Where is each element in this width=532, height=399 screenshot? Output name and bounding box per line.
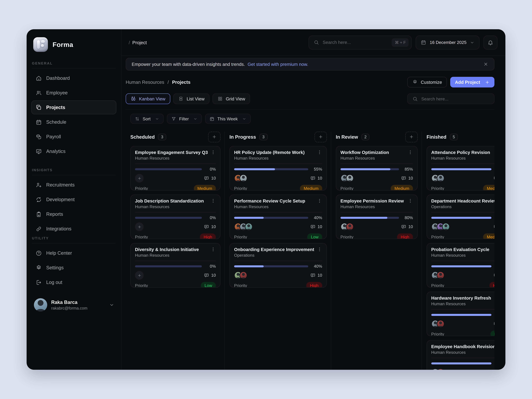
section-label: GENERAL bbox=[27, 61, 121, 65]
add-assignee-button[interactable] bbox=[135, 222, 144, 231]
card-diversity-inclusion-initiative[interactable]: Diversity & Inclusion Initiative Human R… bbox=[130, 243, 221, 288]
card-priority-row: Priority Medium bbox=[341, 185, 413, 190]
filter-this-week[interactable]: This Week bbox=[205, 114, 251, 124]
card-menu-icon[interactable] bbox=[317, 150, 322, 155]
comments-chip[interactable]: 10 bbox=[204, 224, 216, 229]
sidebar-section-general: GENERAL Dashboard Employee Projects Sche… bbox=[27, 61, 121, 158]
comments-chip[interactable]: 10 bbox=[493, 321, 494, 327]
card-employee-engagement-survey-q3[interactable]: Employee Engagement Survey Q3 Human Reso… bbox=[130, 146, 221, 190]
comment-icon bbox=[493, 321, 494, 327]
card-department: Human Resources bbox=[234, 156, 322, 161]
card-title: Employee Handbook Revision bbox=[431, 344, 494, 349]
user-profile[interactable]: Raka Barca rakabrc@forma.com bbox=[34, 298, 114, 311]
card-menu-icon[interactable] bbox=[210, 247, 216, 252]
add-card-button[interactable] bbox=[208, 132, 221, 142]
comments-chip[interactable]: 10 bbox=[310, 224, 322, 229]
card-department-headcount-review[interactable]: Department Headcount Review Operations 1… bbox=[427, 195, 494, 239]
analytics-icon bbox=[36, 148, 42, 154]
card-onboarding-experience-improvement[interactable]: Onboarding Experience Improvement Operat… bbox=[229, 243, 327, 288]
add-card-button[interactable] bbox=[315, 132, 327, 142]
column-count-badge: 3 bbox=[158, 133, 166, 140]
card-workflow-optimization[interactable]: Workflow Optimization Human Resources 85… bbox=[336, 146, 418, 190]
filter-sort[interactable]: Sort bbox=[130, 114, 164, 124]
card-menu-icon[interactable] bbox=[210, 150, 216, 155]
date-picker[interactable]: 16 December 2025 bbox=[416, 35, 480, 50]
priority-label: Priority bbox=[431, 283, 444, 288]
filter-filter[interactable]: Filter bbox=[167, 114, 202, 124]
sidebar-item-settings[interactable]: Settings bbox=[31, 261, 116, 275]
card-hr-policy-update-remote-work[interactable]: HR Policy Update (Remote Work) Human Res… bbox=[229, 146, 327, 190]
customize-button[interactable]: Customize bbox=[407, 77, 447, 88]
sidebar-item-employee[interactable]: Employee bbox=[31, 86, 116, 100]
add-project-button[interactable]: Add Project bbox=[450, 77, 494, 88]
card-probation-evaluation-cycle[interactable]: Probation Evaluation Cycle Human Resourc… bbox=[427, 243, 494, 288]
card-priority-row: Priority Medium bbox=[431, 185, 494, 190]
sidebar-item-payroll[interactable]: Payroll bbox=[31, 130, 116, 144]
card-attendance-policy-revision[interactable]: Attendance Policy Revision Human Resourc… bbox=[427, 146, 494, 190]
tab-kanban-view[interactable]: Kanban View bbox=[126, 93, 170, 104]
comments-chip[interactable]: 10 bbox=[204, 273, 216, 278]
tab-grid-view[interactable]: Grid View bbox=[212, 93, 250, 104]
card-progress: 55% bbox=[234, 167, 322, 171]
sidebar-item-recruitments[interactable]: Recruitments bbox=[31, 178, 116, 192]
sidebar-item-reports[interactable]: Reports bbox=[31, 207, 116, 221]
card-people-row: 10 bbox=[135, 271, 216, 279]
chevron-down-icon[interactable] bbox=[109, 302, 114, 308]
add-assignee-button[interactable] bbox=[135, 271, 144, 280]
card-menu-icon[interactable] bbox=[317, 247, 322, 252]
card-employee-permission-review[interactable]: Employee Permission Review Human Resourc… bbox=[336, 195, 418, 239]
board-search-input[interactable] bbox=[421, 96, 491, 101]
board-search[interactable] bbox=[407, 93, 494, 104]
card-hardware-inventory-refresh[interactable]: Hardware Inventory Refresh Human Resourc… bbox=[427, 291, 494, 336]
sidebar-item-log-out[interactable]: Log out bbox=[31, 275, 116, 289]
sidebar-item-label: Analytics bbox=[46, 149, 65, 154]
comments-chip[interactable]: 10 bbox=[493, 273, 494, 278]
sidebar-item-development[interactable]: Development bbox=[31, 192, 116, 207]
filter-label: Sort bbox=[143, 116, 151, 121]
breadcrumb-parent[interactable]: Human Resources bbox=[126, 79, 164, 85]
comments-chip[interactable]: 10 bbox=[493, 176, 494, 181]
card-menu-icon[interactable] bbox=[408, 198, 413, 203]
sidebar-item-dashboard[interactable]: Dashboard bbox=[31, 71, 116, 85]
card-job-description-standardization[interactable]: Job Description Standardization Human Re… bbox=[130, 195, 221, 239]
banner-link[interactable]: Get started with premium now. bbox=[248, 62, 308, 67]
card-progress: 100% bbox=[431, 215, 494, 220]
progress-track bbox=[234, 168, 308, 170]
comments-chip[interactable]: 10 bbox=[204, 176, 216, 181]
global-search-input[interactable] bbox=[323, 40, 388, 45]
topbar-actions: ⌘ + F 16 December 2025 bbox=[309, 35, 497, 50]
comments-chip[interactable]: 10 bbox=[401, 224, 413, 229]
breadcrumb-page[interactable]: Project bbox=[132, 40, 147, 45]
comment-icon bbox=[204, 176, 209, 181]
tab-list-view[interactable]: List View bbox=[173, 93, 209, 104]
sidebar-item-help-center[interactable]: Help Center bbox=[31, 246, 116, 260]
comments-chip[interactable]: 10 bbox=[401, 176, 413, 181]
priority-label: Priority bbox=[135, 186, 148, 190]
avatar bbox=[437, 271, 444, 279]
global-search[interactable]: ⌘ + F bbox=[309, 35, 412, 50]
add-card-button[interactable] bbox=[405, 132, 418, 142]
card-menu-icon[interactable] bbox=[210, 198, 216, 203]
comments-chip[interactable]: 10 bbox=[493, 224, 494, 229]
card-employee-handbook-revision[interactable]: Employee Handbook Revision Human Resourc… bbox=[427, 340, 494, 370]
card-department: Human Resources bbox=[431, 156, 494, 161]
sidebar-item-projects[interactable]: Projects bbox=[31, 101, 116, 114]
comments-chip[interactable]: 10 bbox=[310, 176, 322, 181]
notifications-button[interactable] bbox=[483, 35, 497, 50]
card-performance-review-cycle-setup[interactable]: Performance Review Cycle Setup Human Res… bbox=[229, 195, 327, 239]
comments-chip[interactable]: 10 bbox=[310, 273, 322, 278]
user-name: Raka Barca bbox=[51, 299, 88, 305]
filter-label: Filter bbox=[179, 116, 189, 121]
priority-badge: High bbox=[397, 234, 413, 239]
sidebar-item-analytics[interactable]: Analytics bbox=[31, 144, 116, 158]
card-menu-icon[interactable] bbox=[408, 150, 413, 155]
card-top: Job Description Standardization bbox=[135, 198, 216, 204]
close-icon[interactable] bbox=[483, 62, 488, 67]
funnel-icon bbox=[171, 116, 176, 121]
chevron-down-icon bbox=[470, 40, 475, 45]
card-menu-icon[interactable] bbox=[317, 198, 322, 203]
progress-track bbox=[135, 217, 202, 219]
sidebar-item-integrations[interactable]: Integrations bbox=[31, 222, 116, 236]
sidebar-item-schedule[interactable]: Schedule bbox=[31, 115, 116, 129]
add-assignee-button[interactable] bbox=[135, 174, 144, 183]
